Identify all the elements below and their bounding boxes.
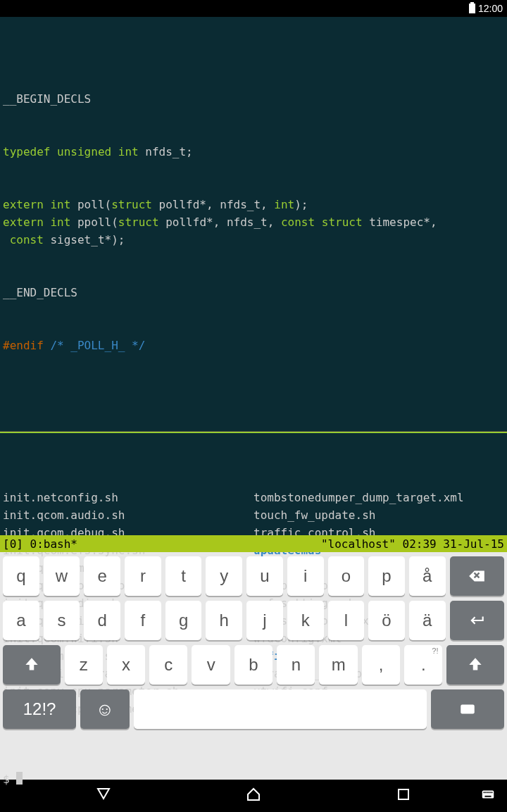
key-t[interactable]: t [165, 556, 202, 596]
key-s[interactable]: s [44, 601, 80, 640]
key-row-2: asdfghjklöä [3, 601, 504, 640]
key-w[interactable]: w [44, 556, 80, 596]
key-u[interactable]: u [246, 556, 283, 596]
key-ö[interactable]: ö [368, 601, 405, 640]
svg-rect-6 [489, 792, 491, 793]
key-y[interactable]: y [206, 556, 242, 596]
key-a[interactable]: a [3, 601, 39, 640]
key-row-3: zxcvbnm,.?! [3, 645, 504, 685]
key-å[interactable]: å [409, 556, 446, 596]
code-block: __BEGIN_DECLS typedef unsigned int nfds_… [3, 55, 504, 376]
tmux-status-bar: [0] 0:bash* "localhost" 02:39 31-Jul-15 [0, 535, 507, 552]
key-l[interactable]: l [328, 601, 365, 640]
svg-rect-8 [484, 796, 491, 797]
tmux-left: [0] 0:bash* [3, 535, 77, 553]
key-e[interactable]: e [84, 556, 120, 596]
key-emoji[interactable]: ☺ [80, 689, 129, 729]
cursor [16, 772, 23, 785]
key-p[interactable]: p [368, 556, 405, 596]
key-m[interactable]: m [319, 645, 357, 685]
key-ä[interactable]: ä [409, 601, 446, 640]
key-period[interactable]: .?! [404, 645, 442, 685]
battery-icon [469, 4, 475, 13]
key-row-1: qwertyuiopå [3, 556, 504, 596]
status-bar: 12:00 [0, 0, 507, 17]
kw: typedef [3, 145, 50, 158]
file-entry: touch_fw_update.sh [254, 506, 504, 524]
file-entry: init.qcom.audio.sh [3, 506, 254, 524]
file-entry: init.netconfig.sh [3, 489, 254, 506]
shell-prompt[interactable]: $ [3, 770, 504, 788]
key-i[interactable]: i [287, 556, 324, 596]
key-k[interactable]: k [287, 601, 324, 640]
key-backspace[interactable] [450, 556, 505, 596]
key-g[interactable]: g [165, 601, 202, 640]
key-r[interactable]: r [125, 556, 161, 596]
svg-rect-5 [487, 792, 489, 793]
key-shift-right[interactable] [446, 645, 504, 685]
key-j[interactable]: j [246, 601, 283, 640]
key-d[interactable]: d [84, 601, 120, 640]
tmux-right: "localhost" 02:39 31-Jul-15 [321, 535, 504, 553]
file-entry: tombstonedumper_dump_target.xml [254, 489, 504, 506]
svg-rect-2 [482, 791, 494, 799]
key-input-method[interactable] [431, 689, 504, 729]
key-v[interactable]: v [192, 645, 230, 685]
code-line: __BEGIN_DECLS [3, 92, 91, 106]
key-enter[interactable] [450, 601, 505, 640]
key-f[interactable]: f [125, 601, 161, 640]
key-x[interactable]: x [107, 645, 145, 685]
key-z[interactable]: z [65, 645, 103, 685]
svg-rect-3 [484, 792, 485, 793]
key-symbols[interactable]: 12!? [3, 689, 76, 729]
key-b[interactable]: b [234, 645, 273, 685]
key-c[interactable]: c [149, 645, 187, 685]
svg-rect-4 [485, 792, 487, 793]
key-comma[interactable]: , [362, 645, 400, 685]
key-space[interactable] [134, 689, 427, 729]
code-line: __END_DECLS [3, 286, 77, 299]
nav-ime-switch[interactable] [480, 787, 496, 805]
key-h[interactable]: h [206, 601, 242, 640]
key-q[interactable]: q [3, 556, 39, 596]
key-o[interactable]: o [328, 556, 365, 596]
terminal[interactable]: __BEGIN_DECLS typedef unsigned int nfds_… [0, 17, 507, 552]
pane-divider [0, 432, 507, 433]
svg-rect-7 [492, 792, 493, 793]
svg-rect-0 [461, 705, 475, 714]
status-time: 12:00 [478, 3, 503, 14]
key-shift-left[interactable] [3, 645, 61, 685]
key-n[interactable]: n [277, 645, 315, 685]
